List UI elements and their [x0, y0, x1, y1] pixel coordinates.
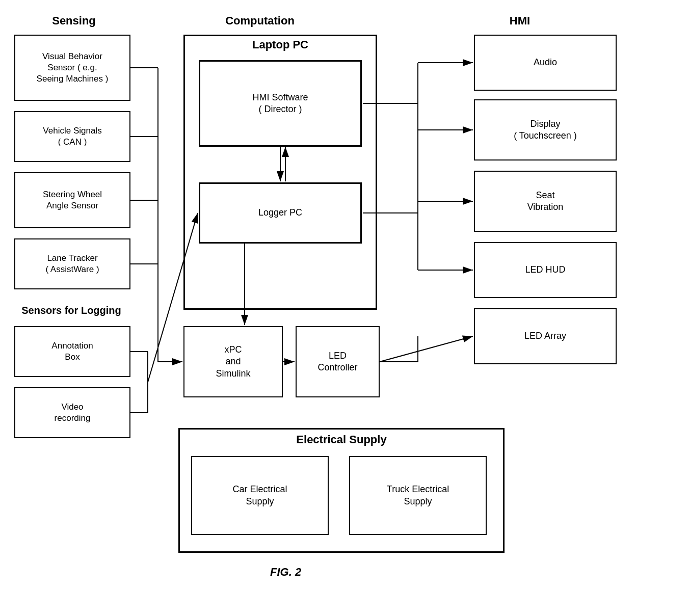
led-controller-box: LEDController [296, 326, 380, 397]
logger-pc-box: Logger PC [199, 182, 362, 244]
diagram-container: Sensing Computation HMI Visual BehaviorS… [0, 0, 689, 616]
xpc-simulink-box: xPCandSimulink [183, 326, 283, 397]
electrical-supply-header: Electrical Supply [178, 433, 505, 446]
computation-header: Computation [189, 14, 331, 28]
fig-label: FIG. 2 [270, 566, 301, 579]
hmi-header: HMI [469, 14, 571, 28]
seat-vibration-box: SeatVibration [474, 171, 617, 232]
svg-line-26 [380, 336, 473, 362]
annotation-box: AnnotationBox [14, 326, 130, 377]
visual-behavior-box: Visual BehaviorSensor ( e.g.Seeing Machi… [14, 35, 130, 101]
video-recording-box: Videorecording [14, 387, 130, 438]
lane-tracker-box: Lane Tracker( AssistWare ) [14, 238, 130, 289]
steering-wheel-box: Steering WheelAngle Sensor [14, 172, 130, 228]
vehicle-signals-box: Vehicle Signals( CAN ) [14, 111, 130, 162]
audio-box: Audio [474, 35, 617, 91]
display-touchscreen-box: Display( Touchscreen ) [474, 99, 617, 160]
laptop-pc-label: Laptop PC [183, 38, 377, 51]
truck-electrical-box: Truck ElectricalSupply [349, 456, 487, 535]
hmi-software-box: HMI Software( Director ) [199, 60, 362, 147]
led-array-box: LED Array [474, 308, 617, 364]
sensors-logging-header: Sensors for Logging [5, 305, 138, 316]
car-electrical-box: Car ElectricalSupply [191, 456, 329, 535]
led-hud-box: LED HUD [474, 242, 617, 298]
sensing-header: Sensing [15, 14, 132, 28]
